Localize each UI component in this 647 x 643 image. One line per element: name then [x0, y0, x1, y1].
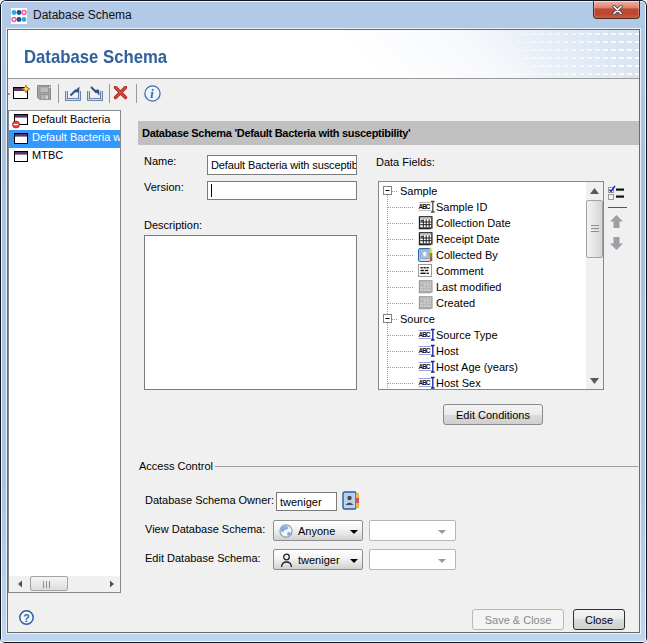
- svg-text:?: ?: [23, 612, 29, 624]
- svg-text:ABC: ABC: [419, 331, 431, 338]
- svg-text:ABC: ABC: [419, 203, 431, 210]
- svg-text:ABC: ABC: [419, 347, 431, 354]
- svg-text:ABC: ABC: [419, 379, 431, 386]
- svg-text:ABC: ABC: [419, 363, 431, 370]
